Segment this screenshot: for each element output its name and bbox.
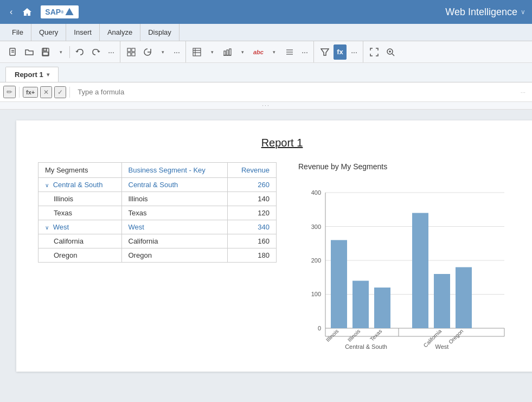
bar-california <box>434 274 450 328</box>
segment-cell: Illinois <box>39 192 122 206</box>
new-button[interactable] <box>5 44 21 60</box>
menu-analyze[interactable]: Analyze <box>100 24 140 41</box>
segment-cell: ∨ Central & South <box>39 178 122 192</box>
sap-logo: SAP ® <box>41 5 79 18</box>
svg-rect-10 <box>132 53 135 56</box>
svg-rect-9 <box>127 53 131 56</box>
open-button[interactable] <box>22 44 37 60</box>
insert-more-button[interactable]: ··· <box>298 44 311 60</box>
back-button[interactable]: ‹ <box>7 5 16 19</box>
formula-divider2 <box>69 87 70 98</box>
svg-marker-22 <box>321 49 329 55</box>
menu-insert[interactable]: Insert <box>66 24 100 41</box>
key-cell: West <box>121 220 227 234</box>
y-label-200: 200 <box>311 257 321 264</box>
chart-container: Revenue by My Segments <box>298 162 526 355</box>
col-header-key: Business Segment - Key <box>121 163 227 178</box>
chart-area: 400 300 200 100 0 <box>298 176 526 355</box>
query-panel-button[interactable] <box>124 44 139 60</box>
insert-chart-button[interactable] <box>220 44 235 60</box>
report-title: Report 1 <box>38 137 526 149</box>
insert-chart-arrow-button[interactable]: ▾ <box>236 44 249 60</box>
formula-input[interactable] <box>73 87 518 97</box>
add-formula-button[interactable]: fx+ <box>23 87 38 98</box>
key-cell: California <box>121 234 227 248</box>
header-left: ‹ SAP ® <box>7 5 79 19</box>
insert-table-button[interactable] <box>189 44 204 60</box>
insert-text-button[interactable]: abc <box>250 44 267 60</box>
filter-button[interactable] <box>317 44 332 60</box>
svg-rect-17 <box>229 49 231 55</box>
toolbar-file-section: ▾ ··· <box>3 41 120 62</box>
query-more-button[interactable]: ··· <box>170 44 183 60</box>
revenue-cell: 120 <box>227 206 276 220</box>
revenue-cell: 160 <box>227 234 276 248</box>
menu-file[interactable]: File <box>4 24 31 41</box>
insert-text-arrow-button[interactable]: ▾ <box>268 44 281 60</box>
refresh-arrow-button[interactable]: ▾ <box>156 44 169 60</box>
svg-marker-0 <box>66 8 74 16</box>
report1-tab[interactable]: Report 1 ▾ <box>5 67 59 82</box>
cancel-formula-button[interactable]: ✕ <box>40 86 52 98</box>
bar-west-main <box>412 213 428 329</box>
app-title-chevron[interactable]: ∨ <box>521 8 525 16</box>
segment-cell: ∨ West <box>39 220 122 234</box>
resize-handle[interactable]: ··· <box>0 102 532 110</box>
revenue-cell: 140 <box>227 192 276 206</box>
formula-edit-button[interactable]: ✏ <box>3 86 16 98</box>
key-cell: Illinois <box>121 192 227 206</box>
svg-rect-16 <box>227 50 228 55</box>
toolbar: ▾ ··· ▾ ··· ▾ ▾ abc ▾ <box>0 41 532 63</box>
bar-chart: 400 300 200 100 0 <box>298 176 526 355</box>
revenue-cell: 340 <box>227 220 276 234</box>
report-area: Report 1 My Segments Business Segment - … <box>0 110 532 402</box>
y-label-0: 0 <box>318 325 321 331</box>
table-row: ∨ West West 340 <box>39 220 277 234</box>
table-row: ∨ Central & South Central & South 260 <box>39 178 277 192</box>
svg-rect-6 <box>43 52 48 55</box>
formula-bar-dots: ··· <box>521 89 529 95</box>
chevron-down-icon: ∨ <box>45 182 49 188</box>
svg-rect-11 <box>193 48 201 56</box>
bar-central-south-main <box>331 240 347 329</box>
x-group-label-west: West <box>435 343 449 350</box>
bar-label-texas: Texas <box>369 328 383 342</box>
menu-query[interactable]: Query <box>31 24 66 41</box>
confirm-formula-button[interactable]: ✓ <box>54 86 66 98</box>
undo-button[interactable] <box>72 44 87 60</box>
header-nav: ‹ <box>7 5 35 19</box>
fullscreen-button[interactable] <box>367 44 382 60</box>
save-arrow-button[interactable]: ▾ <box>54 44 67 60</box>
home-button[interactable] <box>19 5 35 19</box>
toolbar-analyze-section: fx ··· <box>315 41 363 62</box>
insert-list-button[interactable] <box>282 44 297 60</box>
report-body: My Segments Business Segment - Key Reven… <box>38 162 526 355</box>
bar-label-illinois2: Illinois <box>347 328 361 343</box>
menu-display[interactable]: Display <box>140 24 180 41</box>
key-cell: Texas <box>121 206 227 220</box>
bar-label-illinois1: Illinois <box>325 328 339 343</box>
analyze-more-button[interactable]: ··· <box>348 44 361 60</box>
save-button[interactable] <box>38 44 53 60</box>
tab-bar: Report 1 ▾ <box>0 63 532 82</box>
insert-table-arrow-button[interactable]: ▾ <box>206 44 219 60</box>
menu-bar: File Query Insert Analyze Display <box>0 24 532 41</box>
key-cell: Central & South <box>121 178 227 192</box>
toolbar-insert-section: ▾ ▾ abc ▾ ··· <box>187 41 314 62</box>
chart-title: Revenue by My Segments <box>298 162 526 171</box>
col-header-revenue: Revenue <box>227 163 276 178</box>
data-table: My Segments Business Segment - Key Reven… <box>38 162 277 263</box>
table-row: Illinois Illinois 140 <box>39 192 277 206</box>
toolbar-query-section: ▾ ··· <box>121 41 186 62</box>
segment-cell: Oregon <box>39 248 122 263</box>
table-row: California California 160 <box>39 234 277 248</box>
formula-bar: ✏ fx+ ✕ ✓ ··· <box>0 82 532 102</box>
zoom-button[interactable] <box>383 44 398 60</box>
refresh-button[interactable] <box>140 44 155 60</box>
formula-button[interactable]: fx <box>334 44 347 60</box>
bar-illinois <box>352 281 369 329</box>
y-label-100: 100 <box>311 291 321 297</box>
redo-button[interactable] <box>88 44 104 60</box>
file-more-button[interactable]: ··· <box>105 44 118 60</box>
formula-divider1 <box>19 87 20 98</box>
